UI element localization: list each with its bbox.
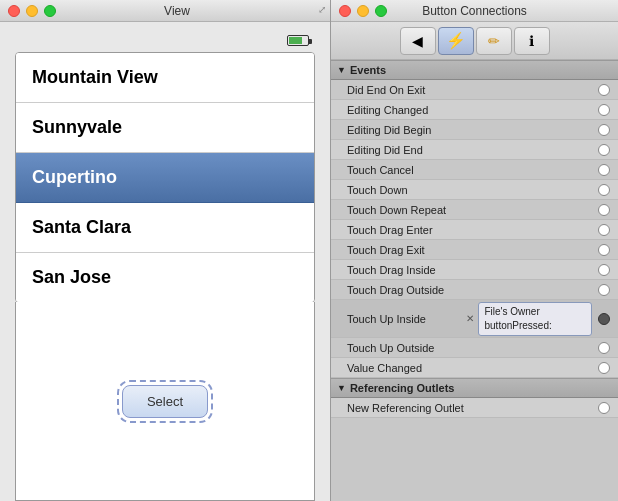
event-name: Touch Down	[347, 184, 598, 196]
event-name: Touch Cancel	[347, 164, 598, 176]
connections-toolbar: ◀ ⚡ ✏ ℹ	[331, 22, 618, 60]
event-circle[interactable]	[598, 184, 610, 196]
event-row[interactable]: Touch Drag Enter	[331, 220, 618, 240]
connection-target: File's Owner	[485, 306, 540, 317]
list-item[interactable]: Santa Clara	[16, 203, 314, 253]
event-circle[interactable]	[598, 342, 610, 354]
event-name: Value Changed	[347, 362, 598, 374]
event-circle[interactable]	[598, 84, 610, 96]
toolbar-back-button[interactable]: ◀	[400, 27, 436, 55]
battery-fill	[289, 37, 302, 44]
touch-up-inside-label: Touch Up Inside	[347, 313, 462, 325]
event-circle[interactable]	[598, 244, 610, 256]
minimize-button[interactable]	[26, 5, 38, 17]
referencing-outlets-label: Referencing Outlets	[350, 382, 455, 394]
event-circle[interactable]	[598, 402, 610, 414]
conn-close-button[interactable]	[339, 5, 351, 17]
event-row[interactable]: Touch Cancel	[331, 160, 618, 180]
event-row[interactable]: Editing Changed	[331, 100, 618, 120]
battery-icon	[287, 35, 309, 46]
event-name: Touch Down Repeat	[347, 204, 598, 216]
info-icon: ℹ	[529, 33, 534, 49]
new-referencing-outlet-row[interactable]: New Referencing Outlet	[331, 398, 618, 418]
button-area: Select	[15, 302, 315, 501]
event-row[interactable]: Touch Drag Inside	[331, 260, 618, 280]
connections-icon: ⚡	[446, 31, 466, 50]
event-name: Touch Drag Enter	[347, 224, 598, 236]
toolbar-info-button[interactable]: ℹ	[514, 27, 550, 55]
toolbar-connections-button[interactable]: ⚡	[438, 27, 474, 55]
conn-maximize-button[interactable]	[375, 5, 387, 17]
event-name: Touch Drag Inside	[347, 264, 598, 276]
right-panel: Button Connections ◀ ⚡ ✏ ℹ ▼ Events Did …	[330, 0, 618, 501]
connected-circle[interactable]	[598, 313, 610, 325]
event-name: Editing Did End	[347, 144, 598, 156]
connection-target-box: File's Owner buttonPressed:	[478, 302, 593, 336]
event-row[interactable]: Touch Down	[331, 180, 618, 200]
connections-traffic	[339, 5, 387, 17]
touch-up-inside-row[interactable]: Touch Up Inside ✕ File's Owner buttonPre…	[331, 300, 618, 338]
event-circle[interactable]	[598, 284, 610, 296]
select-button[interactable]: Select	[122, 385, 208, 418]
events-label: Events	[350, 64, 386, 76]
event-row[interactable]: Editing Did Begin	[331, 120, 618, 140]
status-bar	[15, 30, 315, 50]
list-item-selected[interactable]: Cupertino	[16, 153, 314, 203]
event-row[interactable]: Touch Up Outside	[331, 338, 618, 358]
connections-title: Button Connections	[422, 4, 527, 18]
toolbar-edit-button[interactable]: ✏	[476, 27, 512, 55]
event-name: Touch Up Outside	[347, 342, 598, 354]
event-name: New Referencing Outlet	[347, 402, 598, 414]
event-name: Touch Drag Exit	[347, 244, 598, 256]
event-row[interactable]: Did End On Exit	[331, 80, 618, 100]
connections-titlebar: Button Connections	[331, 0, 618, 22]
event-name: Did End On Exit	[347, 84, 598, 96]
resize-icon: ⤢	[318, 4, 326, 15]
event-name: Editing Changed	[347, 104, 598, 116]
referencing-outlets-section-header: ▼ Referencing Outlets	[331, 378, 618, 398]
window-titlebar: View ⤢	[0, 0, 330, 22]
event-row[interactable]: Editing Did End	[331, 140, 618, 160]
connection-action: buttonPressed:	[485, 320, 552, 331]
event-circle[interactable]	[598, 204, 610, 216]
event-row[interactable]: Touch Down Repeat	[331, 200, 618, 220]
event-circle[interactable]	[598, 362, 610, 374]
connections-content: ▼ Events Did End On Exit Editing Changed…	[331, 60, 618, 501]
events-section-header: ▼ Events	[331, 60, 618, 80]
list-view: Mountain View Sunnyvale Cupertino Santa …	[15, 52, 315, 303]
left-panel: View ⤢ Mountain View Sunnyvale Cupertino…	[0, 0, 330, 501]
list-item[interactable]: Sunnyvale	[16, 103, 314, 153]
event-name: Editing Did Begin	[347, 124, 598, 136]
triangle-icon: ▼	[337, 383, 346, 393]
event-name: Touch Drag Outside	[347, 284, 598, 296]
event-circle[interactable]	[598, 164, 610, 176]
list-item[interactable]: San Jose	[16, 253, 314, 302]
maximize-button[interactable]	[44, 5, 56, 17]
event-row[interactable]: Value Changed	[331, 358, 618, 378]
conn-minimize-button[interactable]	[357, 5, 369, 17]
event-circle[interactable]	[598, 264, 610, 276]
connection-arrow-icon: ✕	[466, 313, 474, 324]
event-circle[interactable]	[598, 224, 610, 236]
arrow-left-icon: ◀	[412, 33, 423, 49]
window-title: View	[62, 4, 292, 18]
list-item[interactable]: Mountain View	[16, 53, 314, 103]
iphone-screen: Mountain View Sunnyvale Cupertino Santa …	[0, 22, 330, 501]
close-button[interactable]	[8, 5, 20, 17]
event-circle[interactable]	[598, 124, 610, 136]
pencil-icon: ✏	[488, 33, 500, 49]
event-row[interactable]: Touch Drag Exit	[331, 240, 618, 260]
event-row[interactable]: Touch Drag Outside	[331, 280, 618, 300]
event-circle[interactable]	[598, 104, 610, 116]
event-circle[interactable]	[598, 144, 610, 156]
triangle-icon: ▼	[337, 65, 346, 75]
